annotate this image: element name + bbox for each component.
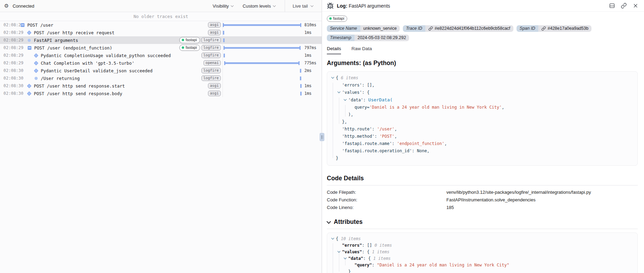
collapse-span-icon bbox=[28, 46, 31, 50]
trace-row[interactable]: 02:08:30 /User returning logfire bbox=[0, 74, 322, 82]
trace-name: POST /user (endpoint_function) bbox=[34, 45, 179, 51]
span-id-value[interactable]: #428e17a0ea9ad53b bbox=[538, 25, 591, 32]
code-token: : bbox=[375, 134, 379, 139]
code-token: 'values' bbox=[342, 90, 362, 95]
detail-title-prefix: Log: bbox=[337, 3, 347, 9]
trace-duration: 1ms bbox=[302, 83, 322, 88]
trace-duration: 810ms bbox=[302, 22, 322, 27]
code-detail-value: FastAPIInstrumentation.solve_dependencie… bbox=[446, 197, 638, 202]
trace-badges: asgi bbox=[208, 83, 221, 89]
trace-badges: asgi bbox=[208, 22, 221, 28]
panel-resize-handle[interactable] bbox=[320, 133, 324, 141]
fastapi-badge: fastapi bbox=[179, 45, 200, 51]
span-id-chip[interactable]: Span ID #428e17a0ea9ad53b bbox=[517, 25, 591, 32]
logfire-badge: logfire bbox=[201, 37, 221, 43]
span-diamond-icon bbox=[27, 84, 31, 88]
chevron-down-icon bbox=[311, 4, 313, 7]
code-token: { bbox=[336, 236, 341, 241]
fastapi-badge-label: fastapi bbox=[333, 16, 344, 21]
trace-badges: logfire bbox=[201, 53, 221, 58]
meta-section: Service Name unknown_service Trace ID #e… bbox=[322, 22, 644, 41]
fastapi-badge: fastapi bbox=[327, 16, 347, 22]
tab-raw-data[interactable]: Raw Data bbox=[351, 46, 372, 54]
trace-name: Pydantic UserDetail validate_json succee… bbox=[41, 68, 201, 73]
chevron-down-icon[interactable] bbox=[338, 250, 342, 253]
trace-row[interactable]: 02:08:30 Pydantic UserDetail validate_js… bbox=[0, 67, 322, 74]
live-tail-label: Live tail bbox=[293, 3, 308, 9]
app-root: ⚙ Connected Visibility Custom levels Liv… bbox=[0, 0, 644, 273]
trace-name: POST /user bbox=[27, 22, 208, 28]
trace-row[interactable]: 02:08:29 Pydantic CompletionUsage valida… bbox=[0, 52, 322, 59]
chevron-down-icon[interactable] bbox=[331, 76, 336, 79]
link-icon[interactable] bbox=[621, 3, 627, 9]
divider bbox=[327, 185, 638, 185]
trace-row[interactable]: 02:08:29 POST /user (endpoint_function) … bbox=[0, 44, 322, 52]
trace-badges: asgi bbox=[208, 91, 221, 97]
trace-row[interactable]: 02:08:30 POST /user http send response.b… bbox=[0, 90, 322, 97]
code-token: : [], bbox=[362, 83, 375, 88]
tab-details[interactable]: Details bbox=[327, 46, 341, 54]
code-line: 'http.route': '/user', bbox=[331, 126, 633, 133]
trace-timeline bbox=[222, 67, 302, 74]
detail-content: Arguments: (as Python) { 6 items'errors'… bbox=[322, 54, 644, 273]
python-args-block: { 6 items'errors': [],'values': {'data':… bbox=[327, 71, 638, 166]
code-token: 6 items bbox=[341, 75, 358, 80]
gear-icon[interactable]: ⚙ bbox=[4, 3, 9, 9]
trace-timestamp: 02:08:30 bbox=[0, 68, 21, 73]
trace-row[interactable]: 02:08:30 POST /user http send response.s… bbox=[0, 82, 322, 90]
service-name-chip: Service Name unknown_service bbox=[327, 25, 400, 32]
trace-row[interactable]: 02:08:29 Chat Completion with 'gpt-3.5-t… bbox=[0, 59, 322, 67]
attributes-heading: Attributes bbox=[327, 218, 638, 226]
trace-duration: 1ms bbox=[302, 53, 322, 58]
trace-row[interactable]: 02:08:29 FastAPI arguments fastapilogfir… bbox=[0, 36, 322, 44]
code-token: ), bbox=[348, 112, 353, 117]
detail-header: Log: FastAPI arguments bbox=[322, 0, 644, 12]
code-token: 0 items bbox=[375, 243, 392, 248]
trace-name: Pydantic CompletionUsage validate_python… bbox=[41, 53, 201, 58]
timestamp-value: 2024-05-03 02:08:29.292 bbox=[354, 35, 409, 41]
code-token: : { bbox=[363, 256, 373, 261]
code-line: }, bbox=[331, 118, 633, 126]
asgi-badge: asgi bbox=[208, 83, 221, 89]
trace-id-chip[interactable]: Trace ID #e8224d24d41f064b112c6eb9cb58ca… bbox=[403, 25, 513, 32]
link-icon bbox=[428, 26, 433, 31]
code-token: 'fastapi.route.name' bbox=[342, 141, 392, 146]
code-token: UserData( bbox=[368, 97, 392, 102]
custom-levels-dropdown[interactable]: Custom levels bbox=[243, 3, 276, 9]
trace-name: /User returning bbox=[41, 76, 201, 81]
chevron-down-icon[interactable] bbox=[331, 237, 336, 240]
fastapi-badge: fastapi bbox=[179, 37, 200, 43]
trace-row[interactable]: 02:08:29 POST /user http receive request… bbox=[0, 29, 322, 36]
trace-timeline bbox=[222, 44, 302, 52]
duration-bar bbox=[300, 76, 301, 80]
code-token: '/user' bbox=[377, 127, 395, 131]
chevron-down-icon[interactable] bbox=[338, 90, 342, 94]
live-tail-dropdown[interactable]: Live tail bbox=[285, 0, 322, 12]
span-id-text: #428e17a0ea9ad53b bbox=[548, 26, 588, 31]
trace-badges: logfire bbox=[201, 75, 221, 81]
chevron-down-icon[interactable] bbox=[344, 256, 348, 260]
code-detail-label: Code Lineno: bbox=[327, 205, 446, 210]
code-line: 'http.method': 'POST', bbox=[331, 133, 633, 140]
code-line: 'values': { bbox=[331, 89, 633, 96]
trace-row[interactable]: 02:08:29 POST /user asgi 810ms bbox=[0, 21, 322, 29]
code-token: 'data' bbox=[348, 98, 363, 102]
code-token: : { bbox=[362, 249, 372, 254]
chevron-down-icon[interactable] bbox=[327, 220, 331, 224]
trace-duration: 775ms bbox=[302, 61, 322, 65]
connection-status: Connected bbox=[12, 3, 34, 9]
code-token: 'http.method' bbox=[342, 134, 375, 139]
close-icon[interactable] bbox=[633, 3, 638, 9]
meta-line-2: Timestamp 2024-05-03 02:08:29.292 bbox=[327, 35, 639, 41]
trace-badges: fastapilogfire bbox=[179, 37, 221, 43]
code-token: : [] bbox=[362, 243, 375, 248]
duration-bar bbox=[224, 47, 301, 49]
code-line: 'fastapi.route.operation_id': None, bbox=[331, 147, 633, 155]
chevron-down-icon bbox=[231, 4, 234, 7]
chevron-down-icon[interactable] bbox=[344, 98, 348, 101]
panel-layout-icon[interactable] bbox=[609, 3, 615, 9]
code-token: : bbox=[392, 141, 397, 146]
trace-timeline bbox=[222, 36, 302, 44]
trace-id-value[interactable]: #e8224d24d41f064b112c6eb9cb58cacf bbox=[425, 25, 513, 32]
visibility-dropdown[interactable]: Visibility bbox=[213, 3, 234, 9]
